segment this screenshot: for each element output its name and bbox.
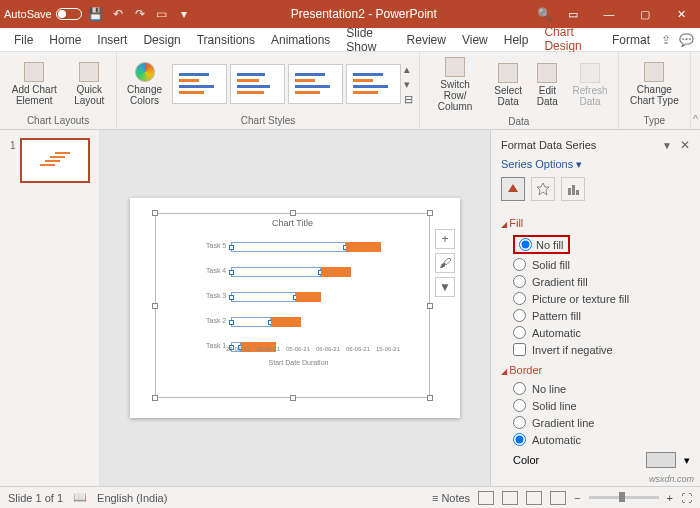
border-color-picker[interactable] (646, 452, 676, 468)
fill-pattern-radio[interactable] (513, 309, 526, 322)
chart-style-3[interactable] (288, 64, 343, 104)
comments-icon[interactable]: 💬 (678, 32, 694, 48)
autosave-toggle[interactable]: AutoSave (4, 8, 82, 20)
svg-marker-0 (537, 183, 549, 195)
invert-negative-checkbox[interactable] (513, 343, 526, 356)
fill-picture-radio[interactable] (513, 292, 526, 305)
series-options-dropdown[interactable]: Series Options ▾ (501, 158, 690, 171)
pane-options-icon[interactable]: ▼ (662, 140, 672, 151)
zoom-in-icon[interactable]: + (667, 492, 673, 504)
work-area: 1 Chart Title Task 5 Task 4 Task 3 (0, 130, 700, 486)
ribbon: Add Chart Element Quick Layout Chart Lay… (0, 52, 700, 130)
fill-section-header[interactable]: Fill (501, 217, 690, 229)
collapse-ribbon-icon[interactable]: ^ (691, 52, 700, 129)
chart-object[interactable]: Chart Title Task 5 Task 4 Task 3 Task 2 … (155, 213, 430, 398)
share-icon[interactable]: ⇪ (658, 32, 674, 48)
slide: Chart Title Task 5 Task 4 Task 3 Task 2 … (130, 198, 460, 418)
maximize-button[interactable]: ▢ (630, 0, 660, 28)
tab-help[interactable]: Help (496, 29, 537, 51)
fill-gradient-radio[interactable] (513, 275, 526, 288)
sidepane-title: Format Data Series (501, 139, 596, 151)
tab-format[interactable]: Format (604, 29, 658, 51)
svg-rect-1 (568, 188, 571, 195)
slide-canvas[interactable]: Chart Title Task 5 Task 4 Task 3 Task 2 … (100, 130, 490, 486)
tab-animations[interactable]: Animations (263, 29, 338, 51)
fill-automatic-radio[interactable] (513, 326, 526, 339)
reading-view-icon[interactable] (526, 491, 542, 505)
fill-line-tab-icon[interactable] (501, 177, 525, 201)
slide-thumbnail-panel: 1 (0, 130, 100, 486)
select-data-button[interactable]: Select Data (490, 61, 526, 109)
chart-style-1[interactable] (172, 64, 227, 104)
quick-layout-button[interactable]: Quick Layout (69, 60, 111, 108)
color-dropdown-icon[interactable]: ▾ (684, 454, 690, 467)
tab-home[interactable]: Home (41, 29, 89, 51)
tab-insert[interactable]: Insert (89, 29, 135, 51)
chart-style-4[interactable] (346, 64, 401, 104)
chart-legend[interactable]: Start Date Duration (196, 359, 401, 366)
pane-close-icon[interactable]: ✕ (680, 138, 690, 152)
save-icon[interactable]: 💾 (88, 6, 104, 22)
border-no-line-radio[interactable] (513, 382, 526, 395)
no-fill-highlight: No fill (513, 235, 570, 254)
language-status[interactable]: English (India) (97, 492, 167, 504)
effects-tab-icon[interactable] (531, 177, 555, 201)
edit-data-button[interactable]: Edit Data (532, 61, 562, 109)
spellcheck-icon[interactable]: 📖 (73, 491, 87, 504)
zoom-slider[interactable] (589, 496, 659, 499)
tab-transitions[interactable]: Transitions (189, 29, 263, 51)
close-button[interactable]: ✕ (666, 0, 696, 28)
slide-thumbnail-1[interactable]: 1 (20, 138, 90, 183)
start-slideshow-icon[interactable]: ▭ (154, 6, 170, 22)
border-solid-radio[interactable] (513, 399, 526, 412)
svg-rect-2 (572, 185, 575, 195)
gallery-more-icon[interactable]: ⊟ (404, 93, 413, 106)
fit-window-icon[interactable]: ⛶ (681, 492, 692, 504)
border-gradient-radio[interactable] (513, 416, 526, 429)
format-data-series-pane: Format Data Series ▼ ✕ Series Options ▾ … (490, 130, 700, 486)
chart-title[interactable]: Chart Title (156, 214, 429, 232)
chart-plot-area[interactable]: Task 5 Task 4 Task 3 Task 2 Task 1 25-05… (196, 238, 401, 368)
border-automatic-radio[interactable] (513, 433, 526, 446)
change-colors-button[interactable]: Change Colors (123, 60, 166, 108)
tab-view[interactable]: View (454, 29, 496, 51)
tab-design[interactable]: Design (135, 29, 188, 51)
menu-bar: File Home Insert Design Transitions Anim… (0, 28, 700, 52)
fill-no-fill-radio[interactable] (519, 238, 532, 251)
fill-solid-radio[interactable] (513, 258, 526, 271)
window-title: Presentation2 - PowerPoint (192, 7, 536, 21)
border-section-header[interactable]: Border (501, 364, 690, 376)
search-icon[interactable]: 🔍 (536, 6, 552, 22)
chart-style-2[interactable] (230, 64, 285, 104)
tab-review[interactable]: Review (399, 29, 454, 51)
sorter-view-icon[interactable] (502, 491, 518, 505)
svg-rect-3 (576, 190, 579, 195)
ribbon-chart-styles: Change Colors ▴ ▾ ⊟ Chart Styles (117, 52, 420, 129)
redo-icon[interactable]: ↷ (132, 6, 148, 22)
ribbon-chart-layouts: Add Chart Element Quick Layout Chart Lay… (0, 52, 117, 129)
refresh-data-button: Refresh Data (569, 61, 612, 109)
gallery-up-icon[interactable]: ▴ (404, 63, 413, 76)
add-chart-element-button[interactable]: Add Chart Element (6, 60, 63, 108)
qat-more-icon[interactable]: ▾ (176, 6, 192, 22)
chart-style-gallery[interactable]: ▴ ▾ ⊟ (172, 63, 413, 106)
chart-styles-button[interactable]: 🖌 (435, 253, 455, 273)
ribbon-type: Change Chart Type Type (619, 52, 692, 129)
slideshow-view-icon[interactable] (550, 491, 566, 505)
border-color-label: Color (513, 454, 539, 466)
series-options-tab-icon[interactable] (561, 177, 585, 201)
undo-icon[interactable]: ↶ (110, 6, 126, 22)
chart-elements-button[interactable]: + (435, 229, 455, 249)
notes-button[interactable]: ≡ Notes (432, 492, 470, 504)
gallery-down-icon[interactable]: ▾ (404, 78, 413, 91)
switch-row-col-button[interactable]: Switch Row/ Column (426, 55, 484, 114)
status-bar: Slide 1 of 1 📖 English (India) ≡ Notes −… (0, 486, 700, 508)
ribbon-data: Switch Row/ Column Select Data Edit Data… (420, 52, 618, 129)
normal-view-icon[interactable] (478, 491, 494, 505)
tab-file[interactable]: File (6, 29, 41, 51)
chart-filters-button[interactable]: ▼ (435, 277, 455, 297)
slide-count[interactable]: Slide 1 of 1 (8, 492, 63, 504)
watermark: wsxdn.com (649, 474, 694, 484)
zoom-out-icon[interactable]: − (574, 492, 580, 504)
change-chart-type-button[interactable]: Change Chart Type (625, 60, 685, 108)
